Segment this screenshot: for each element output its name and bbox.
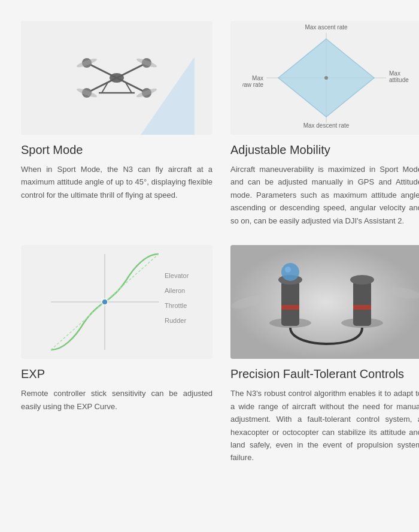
precision-cell: Precision Fault-Tolerant Controls The N3… <box>221 236 419 473</box>
mobility-text: Aircraft maneuverability is maximized in… <box>230 163 419 227</box>
svg-line-2 <box>117 63 147 78</box>
exp-text: Remote controller stick sensitivity can … <box>21 387 212 413</box>
svg-text:Throttle: Throttle <box>165 302 187 309</box>
svg-line-4 <box>117 78 147 93</box>
svg-rect-36 <box>281 281 299 326</box>
svg-text:Aileron: Aileron <box>165 287 185 294</box>
sport-mode-title: Sport Mode <box>21 143 212 157</box>
svg-text:Max ascent rate: Max ascent rate <box>305 24 348 31</box>
exp-image: Elevator Aileron Throttle Rudder <box>21 245 212 359</box>
svg-point-29 <box>102 299 108 305</box>
svg-text:Max: Max <box>389 70 400 77</box>
svg-rect-41 <box>281 305 299 310</box>
svg-point-19 <box>324 76 328 80</box>
mobility-image: Max ascent rate Max descent rate Max yaw… <box>230 21 419 135</box>
sport-mode-cell: Sport Mode When in Sport Mode, the N3 ca… <box>12 12 221 236</box>
svg-line-1 <box>87 63 117 78</box>
drone-illustration <box>69 45 165 111</box>
svg-point-40 <box>350 275 374 285</box>
exp-title: EXP <box>21 367 212 381</box>
precision-image <box>230 245 419 359</box>
mobility-cell: Max ascent rate Max descent rate Max yaw… <box>221 12 419 236</box>
svg-text:yaw rate: yaw rate <box>242 81 263 88</box>
exp-cell: Elevator Aileron Throttle Rudder EXP Rem… <box>12 236 221 473</box>
svg-point-44 <box>285 267 291 273</box>
controller-sticks-illustration <box>230 245 419 359</box>
precision-title: Precision Fault-Tolerant Controls <box>230 367 419 381</box>
svg-point-43 <box>281 263 299 281</box>
svg-text:Elevator: Elevator <box>165 272 189 279</box>
exp-curve-chart: Elevator Aileron Throttle Rudder <box>21 245 212 359</box>
features-grid: Sport Mode When in Sport Mode, the N3 ca… <box>0 0 419 485</box>
diamond-chart: Max ascent rate Max descent rate Max yaw… <box>242 21 410 135</box>
precision-text: The N3's robust control algorithm enable… <box>230 387 419 464</box>
sport-mode-text: When in Sport Mode, the N3 can fly aircr… <box>21 163 212 201</box>
svg-text:Max: Max <box>252 75 263 81</box>
mobility-title: Adjustable Mobility <box>230 143 419 157</box>
svg-text:Rudder: Rudder <box>165 317 186 324</box>
sport-mode-image <box>21 21 212 135</box>
svg-text:attitude angle: attitude angle <box>389 77 410 83</box>
svg-rect-42 <box>353 305 371 310</box>
svg-rect-39 <box>353 281 371 326</box>
svg-text:Max descent rate: Max descent rate <box>303 122 350 129</box>
svg-line-3 <box>87 78 117 93</box>
